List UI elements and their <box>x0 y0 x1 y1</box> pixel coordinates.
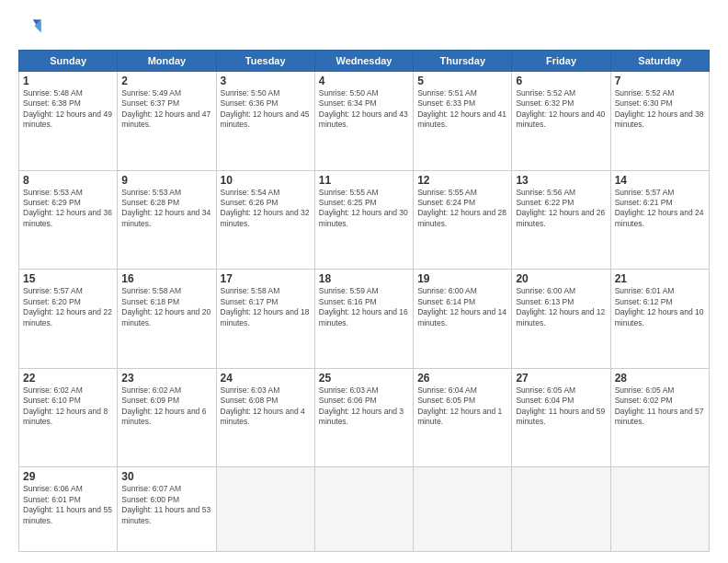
day-info: Sunrise: 6:03 AMSunset: 6:06 PMDaylight:… <box>319 385 409 428</box>
day-info: Sunrise: 6:00 AMSunset: 6:13 PMDaylight:… <box>516 286 606 328</box>
calendar-row-2: 15Sunrise: 5:57 AMSunset: 6:20 PMDayligh… <box>19 270 710 369</box>
calendar-cell: 5Sunrise: 5:51 AMSunset: 6:33 PMDaylight… <box>414 72 512 171</box>
day-number: 4 <box>319 75 409 87</box>
days-of-week-row: SundayMondayTuesdayWednesdayThursdayFrid… <box>19 51 710 72</box>
day-number: 17 <box>221 272 311 285</box>
day-number: 3 <box>221 75 311 87</box>
day-number: 15 <box>23 272 113 285</box>
calendar-cell: 7Sunrise: 5:52 AMSunset: 6:30 PMDaylight… <box>610 72 709 171</box>
calendar-cell: 18Sunrise: 5:59 AMSunset: 6:16 PMDayligh… <box>314 270 413 369</box>
day-info: Sunrise: 5:54 AMSunset: 6:26 PMDaylight:… <box>221 188 311 230</box>
day-number: 26 <box>417 372 507 385</box>
day-number: 2 <box>121 75 211 87</box>
day-info: Sunrise: 5:53 AMSunset: 6:28 PMDaylight:… <box>121 188 211 230</box>
calendar-cell: 25Sunrise: 6:03 AMSunset: 6:06 PMDayligh… <box>314 368 413 467</box>
day-number: 25 <box>319 372 409 385</box>
calendar-cell: 20Sunrise: 6:00 AMSunset: 6:13 PMDayligh… <box>512 270 610 369</box>
day-number: 27 <box>516 372 606 385</box>
day-number: 19 <box>417 272 507 285</box>
logo <box>18 15 48 40</box>
day-number: 9 <box>121 174 211 187</box>
day-info: Sunrise: 5:51 AMSunset: 6:33 PMDaylight:… <box>417 88 507 131</box>
day-number: 5 <box>417 75 507 87</box>
calendar-row-3: 22Sunrise: 6:02 AMSunset: 6:10 PMDayligh… <box>19 368 710 467</box>
day-number: 18 <box>319 272 409 285</box>
calendar-cell: 10Sunrise: 5:54 AMSunset: 6:26 PMDayligh… <box>216 170 314 270</box>
calendar-row-4: 29Sunrise: 6:06 AMSunset: 6:01 PMDayligh… <box>19 467 710 552</box>
day-info: Sunrise: 6:05 AMSunset: 6:04 PMDaylight:… <box>516 385 606 428</box>
day-number: 23 <box>121 372 211 385</box>
calendar-body: 1Sunrise: 5:48 AMSunset: 6:38 PMDaylight… <box>19 72 710 552</box>
day-number: 28 <box>615 372 705 385</box>
day-info: Sunrise: 6:04 AMSunset: 6:05 PMDaylight:… <box>417 385 507 428</box>
day-info: Sunrise: 6:03 AMSunset: 6:08 PMDaylight:… <box>221 385 311 428</box>
calendar-cell: 27Sunrise: 6:05 AMSunset: 6:04 PMDayligh… <box>512 368 610 467</box>
day-number: 6 <box>516 75 606 87</box>
day-number: 24 <box>221 372 311 385</box>
day-of-week-thursday: Thursday <box>414 51 512 72</box>
day-info: Sunrise: 6:06 AMSunset: 6:01 PMDaylight:… <box>23 484 113 526</box>
calendar-cell: 19Sunrise: 6:00 AMSunset: 6:14 PMDayligh… <box>414 270 512 369</box>
day-number: 1 <box>23 75 113 87</box>
day-of-week-saturday: Saturday <box>610 51 709 72</box>
day-info: Sunrise: 5:49 AMSunset: 6:37 PMDaylight:… <box>121 88 211 131</box>
day-info: Sunrise: 5:50 AMSunset: 6:36 PMDaylight:… <box>221 88 311 131</box>
calendar-cell: 15Sunrise: 5:57 AMSunset: 6:20 PMDayligh… <box>19 270 118 369</box>
calendar-cell: 16Sunrise: 5:58 AMSunset: 6:18 PMDayligh… <box>118 270 216 369</box>
day-of-week-friday: Friday <box>512 51 610 72</box>
logo-icon <box>18 15 44 40</box>
calendar-cell: 29Sunrise: 6:06 AMSunset: 6:01 PMDayligh… <box>19 467 118 552</box>
day-info: Sunrise: 6:01 AMSunset: 6:12 PMDaylight:… <box>615 286 705 328</box>
day-number: 12 <box>417 174 507 187</box>
calendar-cell <box>610 467 709 552</box>
calendar-cell: 22Sunrise: 6:02 AMSunset: 6:10 PMDayligh… <box>19 368 118 467</box>
page: SundayMondayTuesdayWednesdayThursdayFrid… <box>0 0 728 563</box>
day-number: 20 <box>516 272 606 285</box>
day-info: Sunrise: 6:00 AMSunset: 6:14 PMDaylight:… <box>417 286 507 328</box>
day-info: Sunrise: 5:55 AMSunset: 6:25 PMDaylight:… <box>319 188 409 230</box>
day-info: Sunrise: 6:07 AMSunset: 6:00 PMDaylight:… <box>121 484 211 526</box>
day-number: 10 <box>221 174 311 187</box>
calendar-cell: 2Sunrise: 5:49 AMSunset: 6:37 PMDaylight… <box>118 72 216 171</box>
calendar-cell: 14Sunrise: 5:57 AMSunset: 6:21 PMDayligh… <box>610 170 709 270</box>
calendar-cell <box>512 467 610 552</box>
day-of-week-sunday: Sunday <box>19 51 118 72</box>
day-info: Sunrise: 5:59 AMSunset: 6:16 PMDaylight:… <box>319 286 409 328</box>
calendar-cell: 1Sunrise: 5:48 AMSunset: 6:38 PMDaylight… <box>19 72 118 171</box>
calendar-cell <box>216 467 314 552</box>
calendar-cell: 21Sunrise: 6:01 AMSunset: 6:12 PMDayligh… <box>610 270 709 369</box>
day-info: Sunrise: 5:58 AMSunset: 6:18 PMDaylight:… <box>121 286 211 328</box>
day-info: Sunrise: 5:58 AMSunset: 6:17 PMDaylight:… <box>221 286 311 328</box>
day-number: 21 <box>615 272 705 285</box>
day-number: 16 <box>121 272 211 285</box>
calendar-cell <box>314 467 413 552</box>
day-number: 14 <box>615 174 705 187</box>
calendar-cell: 13Sunrise: 5:56 AMSunset: 6:22 PMDayligh… <box>512 170 610 270</box>
day-number: 29 <box>23 470 113 483</box>
day-info: Sunrise: 6:02 AMSunset: 6:09 PMDaylight:… <box>121 385 211 428</box>
calendar-cell: 23Sunrise: 6:02 AMSunset: 6:09 PMDayligh… <box>118 368 216 467</box>
day-info: Sunrise: 5:48 AMSunset: 6:38 PMDaylight:… <box>23 88 113 131</box>
day-of-week-monday: Monday <box>118 51 216 72</box>
calendar-table: SundayMondayTuesdayWednesdayThursdayFrid… <box>18 50 710 552</box>
day-number: 13 <box>516 174 606 187</box>
day-number: 7 <box>615 75 705 87</box>
calendar-cell: 30Sunrise: 6:07 AMSunset: 6:00 PMDayligh… <box>118 467 216 552</box>
calendar-cell: 11Sunrise: 5:55 AMSunset: 6:25 PMDayligh… <box>314 170 413 270</box>
day-info: Sunrise: 5:53 AMSunset: 6:29 PMDaylight:… <box>23 188 113 230</box>
day-of-week-tuesday: Tuesday <box>216 51 314 72</box>
day-number: 8 <box>23 174 113 187</box>
day-number: 30 <box>121 470 211 483</box>
calendar-row-0: 1Sunrise: 5:48 AMSunset: 6:38 PMDaylight… <box>19 72 710 171</box>
day-info: Sunrise: 5:57 AMSunset: 6:21 PMDaylight:… <box>615 188 705 230</box>
calendar-cell: 12Sunrise: 5:55 AMSunset: 6:24 PMDayligh… <box>414 170 512 270</box>
day-info: Sunrise: 6:05 AMSunset: 6:02 PMDaylight:… <box>615 385 705 428</box>
calendar-cell: 24Sunrise: 6:03 AMSunset: 6:08 PMDayligh… <box>216 368 314 467</box>
day-info: Sunrise: 5:55 AMSunset: 6:24 PMDaylight:… <box>417 188 507 230</box>
day-number: 22 <box>23 372 113 385</box>
calendar-row-1: 8Sunrise: 5:53 AMSunset: 6:29 PMDaylight… <box>19 170 710 270</box>
calendar-cell: 6Sunrise: 5:52 AMSunset: 6:32 PMDaylight… <box>512 72 610 171</box>
calendar-cell: 8Sunrise: 5:53 AMSunset: 6:29 PMDaylight… <box>19 170 118 270</box>
header <box>18 15 710 40</box>
day-info: Sunrise: 5:52 AMSunset: 6:30 PMDaylight:… <box>615 88 705 131</box>
